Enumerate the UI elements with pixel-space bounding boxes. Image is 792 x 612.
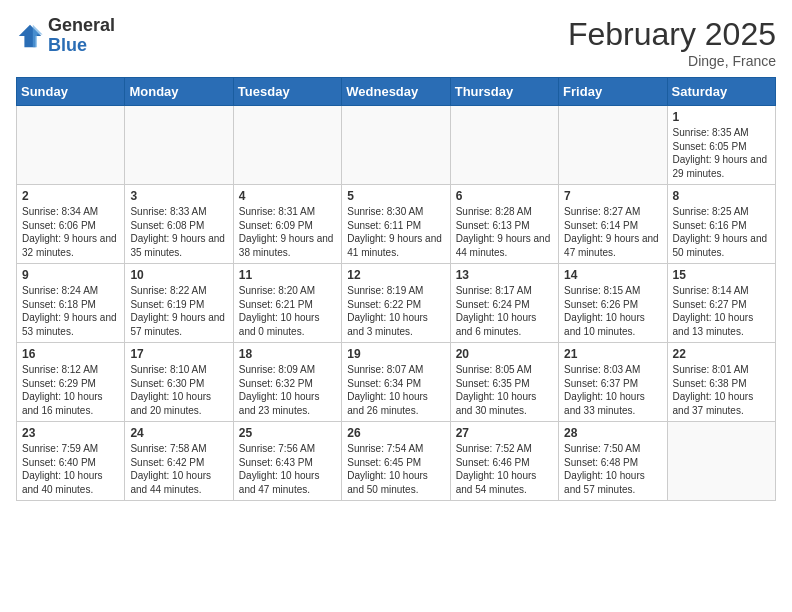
day-header-thursday: Thursday (450, 78, 558, 106)
day-number: 9 (22, 268, 119, 282)
day-info: Sunrise: 8:07 AM Sunset: 6:34 PM Dayligh… (347, 363, 444, 417)
calendar-cell: 28Sunrise: 7:50 AM Sunset: 6:48 PM Dayli… (559, 422, 667, 501)
day-info: Sunrise: 8:27 AM Sunset: 6:14 PM Dayligh… (564, 205, 661, 259)
day-info: Sunrise: 8:03 AM Sunset: 6:37 PM Dayligh… (564, 363, 661, 417)
day-info: Sunrise: 7:50 AM Sunset: 6:48 PM Dayligh… (564, 442, 661, 496)
calendar-cell: 14Sunrise: 8:15 AM Sunset: 6:26 PM Dayli… (559, 264, 667, 343)
day-info: Sunrise: 8:24 AM Sunset: 6:18 PM Dayligh… (22, 284, 119, 338)
day-header-sunday: Sunday (17, 78, 125, 106)
day-number: 11 (239, 268, 336, 282)
day-number: 12 (347, 268, 444, 282)
day-header-wednesday: Wednesday (342, 78, 450, 106)
month-title: February 2025 (568, 16, 776, 53)
day-info: Sunrise: 8:17 AM Sunset: 6:24 PM Dayligh… (456, 284, 553, 338)
calendar-week-row: 2Sunrise: 8:34 AM Sunset: 6:06 PM Daylig… (17, 185, 776, 264)
day-header-monday: Monday (125, 78, 233, 106)
day-info: Sunrise: 8:19 AM Sunset: 6:22 PM Dayligh… (347, 284, 444, 338)
calendar-cell: 5Sunrise: 8:30 AM Sunset: 6:11 PM Daylig… (342, 185, 450, 264)
day-number: 18 (239, 347, 336, 361)
calendar-cell: 22Sunrise: 8:01 AM Sunset: 6:38 PM Dayli… (667, 343, 775, 422)
calendar-cell: 23Sunrise: 7:59 AM Sunset: 6:40 PM Dayli… (17, 422, 125, 501)
day-header-friday: Friday (559, 78, 667, 106)
day-info: Sunrise: 7:59 AM Sunset: 6:40 PM Dayligh… (22, 442, 119, 496)
calendar-cell: 7Sunrise: 8:27 AM Sunset: 6:14 PM Daylig… (559, 185, 667, 264)
logo: General Blue (16, 16, 115, 56)
day-number: 15 (673, 268, 770, 282)
calendar-week-row: 16Sunrise: 8:12 AM Sunset: 6:29 PM Dayli… (17, 343, 776, 422)
calendar-week-row: 1Sunrise: 8:35 AM Sunset: 6:05 PM Daylig… (17, 106, 776, 185)
day-info: Sunrise: 8:05 AM Sunset: 6:35 PM Dayligh… (456, 363, 553, 417)
calendar-cell: 2Sunrise: 8:34 AM Sunset: 6:06 PM Daylig… (17, 185, 125, 264)
day-number: 22 (673, 347, 770, 361)
day-number: 26 (347, 426, 444, 440)
calendar-cell (559, 106, 667, 185)
day-number: 6 (456, 189, 553, 203)
day-number: 4 (239, 189, 336, 203)
logo-general-text: General (48, 15, 115, 35)
day-number: 13 (456, 268, 553, 282)
calendar-cell (667, 422, 775, 501)
day-info: Sunrise: 7:58 AM Sunset: 6:42 PM Dayligh… (130, 442, 227, 496)
day-number: 2 (22, 189, 119, 203)
calendar-cell: 15Sunrise: 8:14 AM Sunset: 6:27 PM Dayli… (667, 264, 775, 343)
calendar-cell (17, 106, 125, 185)
day-info: Sunrise: 8:09 AM Sunset: 6:32 PM Dayligh… (239, 363, 336, 417)
day-number: 21 (564, 347, 661, 361)
day-number: 16 (22, 347, 119, 361)
calendar-week-row: 9Sunrise: 8:24 AM Sunset: 6:18 PM Daylig… (17, 264, 776, 343)
day-number: 24 (130, 426, 227, 440)
day-info: Sunrise: 8:33 AM Sunset: 6:08 PM Dayligh… (130, 205, 227, 259)
calendar-cell: 3Sunrise: 8:33 AM Sunset: 6:08 PM Daylig… (125, 185, 233, 264)
day-info: Sunrise: 8:14 AM Sunset: 6:27 PM Dayligh… (673, 284, 770, 338)
calendar-cell: 4Sunrise: 8:31 AM Sunset: 6:09 PM Daylig… (233, 185, 341, 264)
day-info: Sunrise: 8:35 AM Sunset: 6:05 PM Dayligh… (673, 126, 770, 180)
calendar-cell: 18Sunrise: 8:09 AM Sunset: 6:32 PM Dayli… (233, 343, 341, 422)
day-info: Sunrise: 8:30 AM Sunset: 6:11 PM Dayligh… (347, 205, 444, 259)
calendar-cell: 13Sunrise: 8:17 AM Sunset: 6:24 PM Dayli… (450, 264, 558, 343)
svg-marker-0 (19, 25, 41, 47)
day-info: Sunrise: 8:15 AM Sunset: 6:26 PM Dayligh… (564, 284, 661, 338)
calendar-cell: 10Sunrise: 8:22 AM Sunset: 6:19 PM Dayli… (125, 264, 233, 343)
calendar-cell: 8Sunrise: 8:25 AM Sunset: 6:16 PM Daylig… (667, 185, 775, 264)
day-number: 27 (456, 426, 553, 440)
day-number: 23 (22, 426, 119, 440)
day-info: Sunrise: 8:34 AM Sunset: 6:06 PM Dayligh… (22, 205, 119, 259)
calendar-cell (125, 106, 233, 185)
title-block: February 2025 Dinge, France (568, 16, 776, 69)
day-number: 7 (564, 189, 661, 203)
day-number: 20 (456, 347, 553, 361)
calendar-cell: 24Sunrise: 7:58 AM Sunset: 6:42 PM Dayli… (125, 422, 233, 501)
day-info: Sunrise: 8:31 AM Sunset: 6:09 PM Dayligh… (239, 205, 336, 259)
calendar-cell: 1Sunrise: 8:35 AM Sunset: 6:05 PM Daylig… (667, 106, 775, 185)
calendar-cell: 20Sunrise: 8:05 AM Sunset: 6:35 PM Dayli… (450, 343, 558, 422)
calendar-table: SundayMondayTuesdayWednesdayThursdayFrid… (16, 77, 776, 501)
day-number: 14 (564, 268, 661, 282)
day-number: 10 (130, 268, 227, 282)
day-number: 19 (347, 347, 444, 361)
day-number: 3 (130, 189, 227, 203)
calendar-cell: 11Sunrise: 8:20 AM Sunset: 6:21 PM Dayli… (233, 264, 341, 343)
day-header-tuesday: Tuesday (233, 78, 341, 106)
day-number: 28 (564, 426, 661, 440)
calendar-header-row: SundayMondayTuesdayWednesdayThursdayFrid… (17, 78, 776, 106)
calendar-cell: 21Sunrise: 8:03 AM Sunset: 6:37 PM Dayli… (559, 343, 667, 422)
logo-icon (16, 22, 44, 50)
day-number: 8 (673, 189, 770, 203)
day-info: Sunrise: 8:22 AM Sunset: 6:19 PM Dayligh… (130, 284, 227, 338)
day-number: 1 (673, 110, 770, 124)
calendar-week-row: 23Sunrise: 7:59 AM Sunset: 6:40 PM Dayli… (17, 422, 776, 501)
day-number: 25 (239, 426, 336, 440)
day-header-saturday: Saturday (667, 78, 775, 106)
calendar-cell: 6Sunrise: 8:28 AM Sunset: 6:13 PM Daylig… (450, 185, 558, 264)
calendar-cell (342, 106, 450, 185)
calendar-cell: 26Sunrise: 7:54 AM Sunset: 6:45 PM Dayli… (342, 422, 450, 501)
calendar-cell (450, 106, 558, 185)
day-info: Sunrise: 7:54 AM Sunset: 6:45 PM Dayligh… (347, 442, 444, 496)
location: Dinge, France (568, 53, 776, 69)
calendar-cell: 12Sunrise: 8:19 AM Sunset: 6:22 PM Dayli… (342, 264, 450, 343)
day-info: Sunrise: 7:52 AM Sunset: 6:46 PM Dayligh… (456, 442, 553, 496)
day-info: Sunrise: 8:20 AM Sunset: 6:21 PM Dayligh… (239, 284, 336, 338)
calendar-cell: 19Sunrise: 8:07 AM Sunset: 6:34 PM Dayli… (342, 343, 450, 422)
day-info: Sunrise: 8:01 AM Sunset: 6:38 PM Dayligh… (673, 363, 770, 417)
page-header: General Blue February 2025 Dinge, France (16, 16, 776, 69)
